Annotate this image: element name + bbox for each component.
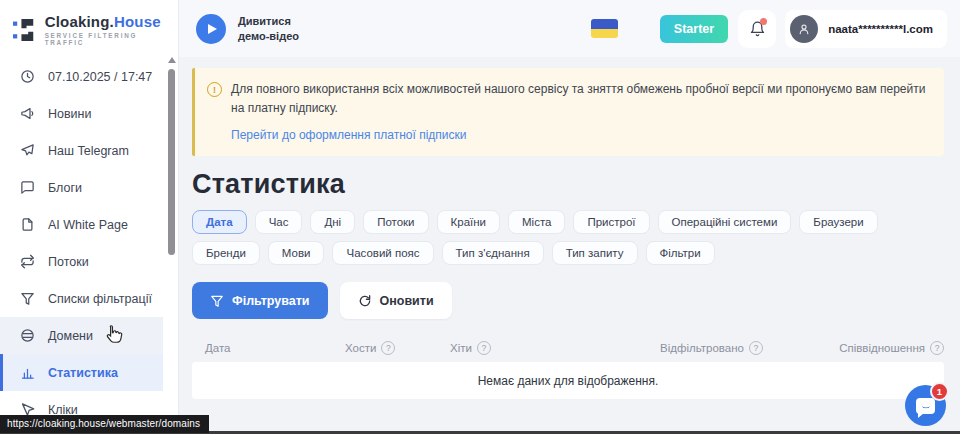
actions-row: Фільтрувати Оновити bbox=[192, 282, 944, 319]
table-empty-state: Немає даних для відображення. bbox=[192, 362, 944, 399]
support-chat-button[interactable]: 1 bbox=[905, 385, 946, 426]
play-icon bbox=[208, 24, 217, 34]
stats-tab-label: Мови bbox=[282, 247, 311, 259]
demo-video-label-line2: демо-відео bbox=[238, 29, 299, 44]
browser-status-url: https://cloaking.house/webmaster/domains bbox=[0, 415, 209, 433]
sidebar-item-icon bbox=[20, 217, 35, 232]
stats-tab-label: Тип з'єднання bbox=[456, 247, 530, 259]
stats-tab[interactable]: Операційні системи bbox=[658, 210, 792, 234]
help-icon[interactable] bbox=[749, 341, 763, 355]
logo[interactable]: Cloaking.House SERVICE FILTERING TRAFFIC bbox=[0, 0, 178, 56]
page-title: Статистика bbox=[192, 169, 944, 200]
help-icon[interactable] bbox=[930, 341, 944, 355]
refresh-icon bbox=[358, 294, 372, 308]
sidebar-item[interactable]: Наш Telegram bbox=[0, 132, 163, 169]
filter-funnel-icon bbox=[210, 294, 224, 308]
table-column-header: Відфільтровано bbox=[660, 341, 839, 355]
app-root: Cloaking.House SERVICE FILTERING TRAFFIC… bbox=[0, 0, 960, 434]
sidebar-item-label: Списки фільтрації bbox=[48, 292, 152, 306]
stats-tab-label: Країни bbox=[451, 216, 486, 228]
sidebar-item[interactable]: Новини bbox=[0, 95, 163, 132]
stats-tab-label: Пристрої bbox=[587, 216, 635, 228]
stats-tab[interactable]: Бренди bbox=[192, 241, 260, 265]
stats-tab-label: Час bbox=[269, 216, 289, 228]
brand-primary: Cloaking. bbox=[45, 13, 114, 30]
scroll-up-icon[interactable] bbox=[168, 57, 176, 63]
column-label: Відфільтровано bbox=[660, 342, 744, 354]
sidebar-item[interactable]: Домени bbox=[0, 317, 163, 354]
language-flag-ukraine[interactable] bbox=[591, 19, 618, 38]
warning-icon: ! bbox=[207, 82, 222, 97]
flag-yellow-stripe bbox=[591, 29, 618, 39]
stats-tab-label: Часовий пояс bbox=[346, 247, 419, 259]
filter-button[interactable]: Фільтрувати bbox=[192, 282, 328, 319]
stats-tab[interactable]: Дата bbox=[192, 210, 247, 234]
column-label: Дата bbox=[205, 342, 230, 354]
stats-tab[interactable]: Час bbox=[255, 210, 303, 234]
stats-tab[interactable]: Мови bbox=[268, 241, 325, 265]
brand-accent: House bbox=[114, 13, 161, 30]
stats-tab-label: Потоки bbox=[377, 216, 414, 228]
sidebar-item[interactable]: Блоги bbox=[0, 169, 163, 206]
sidebar-item[interactable]: AI White Page bbox=[0, 206, 163, 243]
refresh-button-label: Оновити bbox=[380, 294, 434, 308]
stats-tab[interactable]: Міста bbox=[508, 210, 565, 234]
sidebar-item-label: Статистика bbox=[48, 366, 118, 380]
header-right-group: Starter naata**********l.com bbox=[591, 10, 947, 48]
demo-video-play-button[interactable] bbox=[196, 14, 226, 44]
sidebar-item-label: Новини bbox=[48, 107, 92, 121]
sidebar-item[interactable]: Списки фільтрації bbox=[0, 280, 163, 317]
sidebar-item-label: Потоки bbox=[48, 255, 89, 269]
demo-video-label[interactable]: Дивитися демо-відео bbox=[238, 14, 299, 44]
sidebar-item-label: AI White Page bbox=[48, 218, 128, 232]
sidebar: Cloaking.House SERVICE FILTERING TRAFFIC… bbox=[0, 0, 179, 434]
person-icon bbox=[797, 22, 811, 36]
stats-tab[interactable]: Браузери bbox=[799, 210, 877, 234]
sidebar-item[interactable]: Статистика bbox=[0, 354, 163, 391]
refresh-button[interactable]: Оновити bbox=[340, 282, 452, 319]
stats-tab[interactable]: Часовий пояс bbox=[332, 241, 433, 265]
stats-tab[interactable]: Тип з'єднання bbox=[442, 241, 544, 265]
brand-tagline: SERVICE FILTERING TRAFFIC bbox=[45, 32, 168, 46]
banner-message: Для повного використання всіх можливосте… bbox=[231, 80, 928, 117]
plan-starter-button[interactable]: Starter bbox=[660, 15, 728, 43]
stats-tab[interactable]: Дні bbox=[310, 210, 355, 234]
stats-tab[interactable]: Країни bbox=[437, 210, 500, 234]
brand-name: Cloaking.House bbox=[45, 13, 168, 30]
notifications-button[interactable] bbox=[738, 10, 776, 48]
logo-text: Cloaking.House SERVICE FILTERING TRAFFIC bbox=[45, 13, 168, 46]
sidebar-item-icon bbox=[20, 254, 35, 269]
stats-tab-label: Операційні системи bbox=[672, 216, 778, 228]
stats-tab-label: Тип запиту bbox=[566, 247, 624, 259]
stats-tab[interactable]: Фільтри bbox=[646, 241, 715, 265]
stats-tab[interactable]: Потоки bbox=[363, 210, 428, 234]
user-email: naata**********l.com bbox=[828, 23, 933, 35]
sidebar-item-icon bbox=[20, 106, 35, 121]
help-icon[interactable] bbox=[381, 341, 395, 355]
stats-tab[interactable]: Пристрої bbox=[573, 210, 649, 234]
sidebar-item-icon bbox=[20, 143, 35, 158]
sidebar-item-label: 07.10.2025 / 17:47 bbox=[48, 70, 152, 84]
sidebar-item-label: Домени bbox=[48, 329, 93, 343]
sidebar-item-icon bbox=[20, 328, 35, 343]
stats-tab-label: Фільтри bbox=[660, 247, 701, 259]
scrollbar-thumb[interactable] bbox=[168, 69, 175, 255]
stats-tab[interactable]: Тип запиту bbox=[552, 241, 638, 265]
table-column-header: Дата bbox=[205, 342, 345, 354]
sidebar-scrollbar[interactable] bbox=[167, 57, 176, 432]
table-column-header: Співвідношення bbox=[839, 341, 944, 355]
avatar bbox=[790, 15, 818, 43]
notification-dot bbox=[760, 18, 767, 25]
upgrade-subscription-link[interactable]: Перейти до оформлення платної підписки bbox=[231, 128, 467, 142]
sidebar-item[interactable]: Потоки bbox=[0, 243, 163, 280]
table-column-header: Хіти bbox=[450, 341, 660, 355]
sidebar-nav: 07.10.2025 / 17:47 Новини Наш Telegram Б… bbox=[0, 58, 178, 428]
help-icon[interactable] bbox=[477, 341, 491, 355]
stats-tab-label: Бренди bbox=[206, 247, 246, 259]
sidebar-item[interactable]: 07.10.2025 / 17:47 bbox=[0, 58, 163, 95]
main-content: ! Для повного використання всіх можливос… bbox=[178, 57, 960, 434]
logo-icon bbox=[13, 16, 37, 44]
trial-warning-banner: ! Для повного використання всіх можливос… bbox=[192, 68, 944, 156]
sidebar-item-icon bbox=[20, 180, 35, 195]
user-account-button[interactable]: naata**********l.com bbox=[785, 10, 947, 48]
